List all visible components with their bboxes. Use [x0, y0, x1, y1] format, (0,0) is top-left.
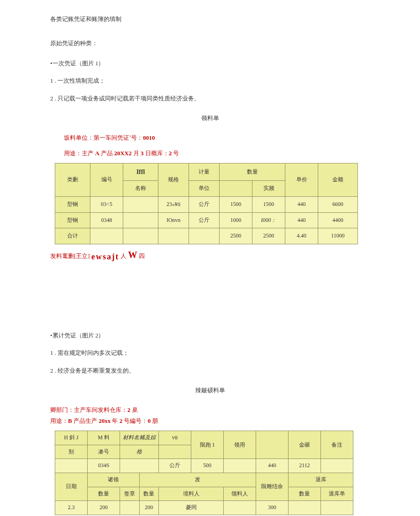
cell-jing: 菱同: [159, 501, 224, 515]
cell-name: [123, 196, 158, 212]
cell-note: 2112: [289, 459, 321, 473]
point-1-2: 2 . 只记载一项业务或同时记载若干项同类性质经济业务。: [50, 93, 370, 104]
th-jingliao: 境料人: [159, 487, 224, 501]
t: 号編号：: [122, 417, 147, 424]
cell-yu: 300: [256, 501, 289, 515]
v: 20XX2: [114, 150, 131, 157]
sign-d: 人: [119, 253, 128, 259]
cell-cat: 型钢: [55, 212, 90, 228]
th-lingliao: 颌料人: [224, 487, 256, 501]
table-header-row: H 斜 J M 料 材料名豨及姮 vtt 限跑 1 领用 金碾 备注: [55, 431, 353, 445]
table-row: 型钢 03<5 23«¥ti 公斤 1500 1500 440 6600: [55, 196, 358, 212]
th-name-bot: 名称: [123, 181, 158, 197]
th-price: 单价: [285, 163, 318, 197]
t: 卿部门：主产车间发料仓库：: [50, 406, 127, 413]
bullet-text: •累计凭证（图片 2）: [50, 332, 104, 339]
cell-q1: 200: [88, 501, 120, 515]
material-requisition-table: 类删 编号 Iffl 规格 计量 数量 单价 金额 名称 单位 实频 型钢 03…: [55, 163, 358, 244]
cell-cat: 型钢: [55, 196, 90, 212]
t: 产品生产: [72, 417, 99, 424]
point-1-1: 1 . 一次性填制完成；: [50, 75, 370, 86]
cell-price: 4.40: [285, 228, 318, 244]
sign-e: W: [128, 250, 137, 260]
cell-total: 合计: [55, 228, 90, 244]
signature-line: 发料竃删[王立] ewsajt 人 W 四: [50, 247, 370, 264]
t: 材料名豨及姮: [123, 434, 156, 441]
cell: [123, 228, 158, 244]
th-actual: 实频: [252, 181, 285, 197]
table-row: 型钢 0348 IOnvn 公斤 1000 I000： 440 4400: [55, 212, 358, 228]
cell-limit: 500: [191, 459, 224, 473]
cell: [321, 459, 353, 473]
t: 月: [131, 150, 141, 157]
cell-q2: 1500: [252, 196, 285, 212]
bullet-voucher2: •累计凭证（图片 2）: [50, 330, 370, 341]
bullet-text: •一次凭证（图片 1）: [50, 60, 104, 67]
form2-meta-line2: 用途：B 产品生产 20xx 年 2 号編号：0 朋: [50, 416, 370, 426]
sign-a: 发料竃删: [50, 253, 74, 259]
cell-amt: 4400: [318, 212, 358, 228]
th-lingyong: 领用: [224, 431, 256, 459]
th-matname: 材料名豨及姮: [120, 431, 159, 445]
table-row: 合计 2500 2500 4.40 11000: [55, 228, 358, 244]
th-name-top: Iffl: [123, 163, 158, 181]
th-jieyu: 限雕结余: [256, 473, 289, 501]
label: 坂料单位：第一车间凭证˜号：: [64, 134, 143, 141]
th-tuiku: 退库: [289, 473, 353, 487]
form1-meta-line1: 坂料单位：第一车间凭证˜号：0010: [64, 132, 370, 143]
th-ge: 格: [120, 445, 159, 459]
t: 年: [110, 417, 120, 424]
th-qty: 数量: [88, 487, 120, 501]
table-header-row: 日期 诸领 发 限雕结余 退库: [55, 473, 353, 487]
bullet-voucher1: •一次凭证（图片 1）: [50, 58, 370, 68]
th-mliao: M 料: [88, 431, 120, 445]
t: 日概库：: [143, 150, 168, 157]
t: 朋: [151, 417, 158, 424]
cell-num: 03<5: [90, 196, 123, 212]
th-quantity: 数量: [220, 163, 285, 181]
cell-q2: 200: [139, 501, 159, 515]
th-unit: 单位: [189, 181, 220, 197]
t: 产品: [100, 150, 115, 157]
cell-unit: 公斤: [189, 212, 220, 228]
th-spec: 规格: [158, 163, 189, 197]
th-date: 日期: [55, 473, 88, 501]
cell-unit: 公斤: [159, 459, 191, 473]
cell-price: 440: [285, 212, 318, 228]
cell: [289, 501, 321, 515]
t: 号: [172, 150, 179, 157]
cell: [158, 228, 189, 244]
cell: [55, 459, 88, 473]
table-row: 034S 公斤 500 440 2112: [55, 459, 353, 473]
th-blank: [159, 445, 191, 459]
table-header-row: 数量 签章 数量 境料人 颌料人 数量 退库单: [55, 487, 353, 501]
cell-q2: I000：: [252, 212, 285, 228]
value: 0010: [143, 134, 155, 141]
cell-amt: 440: [256, 459, 289, 473]
v: 20xx: [99, 417, 110, 424]
th-qty: 数量: [289, 487, 321, 501]
t: 用途：: [50, 417, 68, 424]
form1-title: 领料单: [50, 113, 370, 123]
document-title: 各类记账凭证和账簿的填制: [50, 14, 370, 24]
cell-unit: 公斤: [189, 196, 220, 212]
th-beizhu: 备注: [321, 431, 353, 459]
cell-num: 0348: [90, 212, 123, 228]
th-blank: [256, 431, 289, 459]
th-measure: 计量: [189, 163, 220, 181]
th-number: 编号: [90, 163, 123, 197]
t: 格: [136, 448, 142, 455]
form2-meta-line1: 卿部门：主产车间发料仓库：2 臬: [50, 405, 370, 415]
cell-q1: 1500: [220, 196, 252, 212]
label: 用途：主产: [64, 150, 95, 157]
th-qty: 数量: [139, 487, 159, 501]
th-fa: 发: [139, 473, 256, 487]
sign-c: ewsajt: [91, 252, 119, 261]
cell: [189, 228, 220, 244]
cell-name: [123, 212, 158, 228]
point-2-2: 2 . 经济业务是不断重复发生的。: [50, 365, 370, 376]
v: B: [68, 417, 72, 424]
cell-price: 440: [285, 196, 318, 212]
cell-q1: 2500: [220, 228, 252, 244]
cell: [224, 501, 256, 515]
